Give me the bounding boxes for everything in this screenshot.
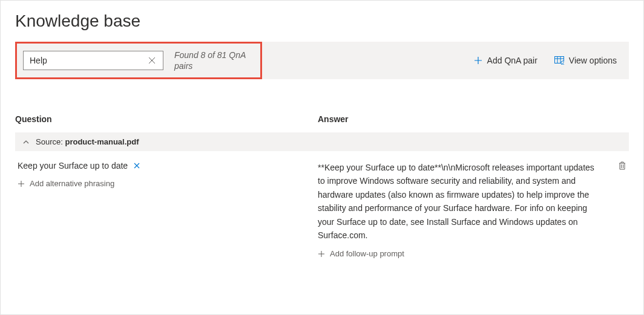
clear-search-icon[interactable] xyxy=(145,53,159,68)
search-field[interactable] xyxy=(23,51,163,70)
search-input[interactable] xyxy=(30,56,145,65)
view-options-button[interactable]: View options xyxy=(550,52,622,69)
plus-icon xyxy=(18,180,25,187)
answer-text[interactable]: **Keep your Surface up to date**\n\nMicr… xyxy=(318,161,597,242)
delete-qna-icon[interactable] xyxy=(618,161,626,170)
source-row[interactable]: Source: product-manual.pdf xyxy=(15,132,629,151)
source-label: Source: product-manual.pdf xyxy=(36,137,139,146)
add-alternative-phrasing-label: Add alternative phrasing xyxy=(30,179,114,188)
question-text[interactable]: Keep your Surface up to date xyxy=(18,161,128,170)
answer-column-header: Answer xyxy=(318,114,629,124)
question-column-header: Question xyxy=(15,114,318,124)
question-text-row: Keep your Surface up to date xyxy=(18,161,306,170)
page-title: Knowledge base xyxy=(15,11,629,31)
view-options-label: View options xyxy=(569,56,617,65)
add-qna-pair-button[interactable]: Add QnA pair xyxy=(469,52,542,69)
plus-icon xyxy=(318,250,325,258)
search-highlight-box: Found 8 of 81 QnA pairs xyxy=(15,42,262,79)
qna-row: Keep your Surface up to date Add alterna… xyxy=(15,151,629,258)
columns-header: Question Answer xyxy=(15,114,629,132)
plus-icon xyxy=(474,56,482,65)
search-result-count: Found 8 of 81 QnA pairs xyxy=(174,50,253,71)
add-followup-prompt-label: Add follow-up prompt xyxy=(330,249,404,258)
view-options-icon xyxy=(554,56,564,65)
add-followup-prompt-button[interactable]: Add follow-up prompt xyxy=(318,249,597,258)
answer-cell: **Keep your Surface up to date**\n\nMicr… xyxy=(318,161,626,258)
toolbar: Found 8 of 81 QnA pairs Add QnA pair Vie… xyxy=(15,42,629,79)
question-cell: Keep your Surface up to date Add alterna… xyxy=(18,161,318,258)
add-alternative-phrasing-button[interactable]: Add alternative phrasing xyxy=(18,179,306,188)
add-qna-pair-label: Add QnA pair xyxy=(487,56,537,65)
remove-question-icon[interactable] xyxy=(134,163,140,169)
chevron-up-icon xyxy=(22,138,30,146)
